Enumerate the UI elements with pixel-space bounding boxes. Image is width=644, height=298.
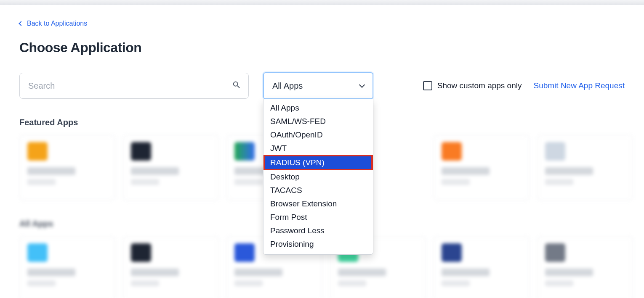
controls-row: All Apps All Apps SAML/WS-FED OAuth/Open… — [19, 72, 625, 99]
search-input[interactable] — [19, 73, 249, 99]
app-card[interactable] — [123, 236, 219, 298]
show-custom-only-checkbox[interactable]: Show custom apps only — [423, 81, 522, 90]
filter-option-browser-ext[interactable]: Browser Extension — [263, 197, 373, 211]
app-card[interactable] — [537, 135, 633, 200]
window-topbar — [0, 0, 644, 5]
content-area: Back to Applications Choose Application … — [0, 5, 644, 298]
app-card[interactable] — [19, 236, 115, 298]
filter-option-saml[interactable]: SAML/WS-FED — [263, 115, 373, 128]
filter-option-oauth[interactable]: OAuth/OpenID — [263, 128, 373, 142]
right-controls: Show custom apps only Submit New App Req… — [423, 81, 625, 90]
back-link-text: Back to Applications — [27, 20, 87, 27]
show-custom-only-label: Show custom apps only — [437, 81, 522, 90]
app-card[interactable] — [123, 135, 219, 200]
filter-option-password-less[interactable]: Password Less — [263, 224, 373, 237]
checkbox-box-icon — [423, 81, 432, 90]
app-card[interactable] — [537, 236, 633, 298]
filter-select-value: All Apps — [272, 81, 303, 91]
back-to-applications-link[interactable]: Back to Applications — [19, 20, 87, 27]
app-card[interactable] — [434, 236, 530, 298]
chevron-down-icon — [359, 82, 365, 88]
app-card[interactable] — [434, 135, 530, 200]
app-card[interactable] — [19, 135, 115, 200]
filter-option-radius[interactable]: RADIUS (VPN) — [263, 155, 373, 170]
filter-option-jwt[interactable]: JWT — [263, 142, 373, 155]
filter-option-provisioning[interactable]: Provisioning — [263, 237, 373, 251]
filter-select-wrap: All Apps All Apps SAML/WS-FED OAuth/Open… — [263, 72, 373, 99]
filter-option-desktop[interactable]: Desktop — [263, 170, 373, 184]
chevron-left-icon — [19, 21, 23, 26]
filter-option-all-apps[interactable]: All Apps — [263, 101, 373, 115]
search-icon[interactable] — [232, 80, 241, 91]
page-title: Choose Application — [19, 40, 625, 55]
filter-option-tacacs[interactable]: TACACS — [263, 184, 373, 197]
filter-option-form-post[interactable]: Form Post — [263, 211, 373, 224]
submit-new-app-link[interactable]: Submit New App Request — [533, 81, 625, 90]
search-wrap — [19, 73, 249, 99]
filter-dropdown: All Apps SAML/WS-FED OAuth/OpenID JWT RA… — [263, 99, 373, 255]
page-root: Back to Applications Choose Application … — [0, 0, 644, 298]
filter-select-button[interactable]: All Apps — [263, 72, 373, 99]
